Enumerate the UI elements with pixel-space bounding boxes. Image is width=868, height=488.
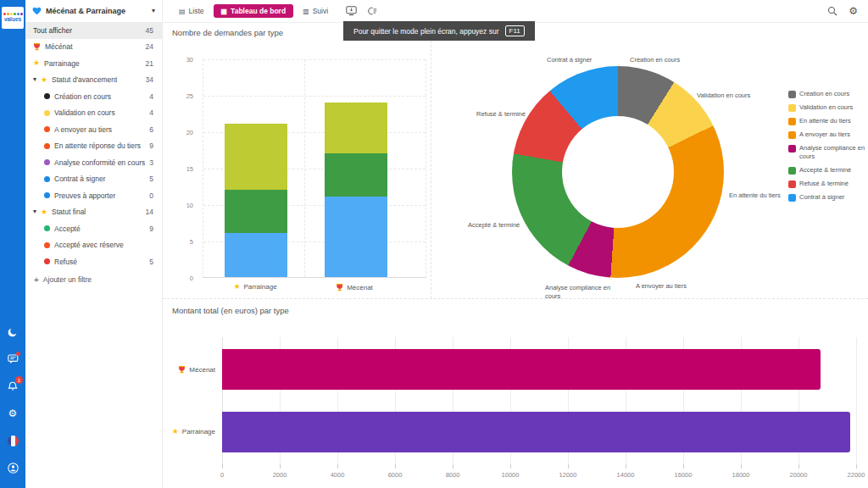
sidebar-item-label: Preuves à apporter bbox=[54, 191, 115, 200]
legend-swatch bbox=[788, 104, 796, 112]
view-options-icon[interactable] bbox=[367, 7, 377, 15]
sidebar-item[interactable]: ▾★Statut final14 bbox=[25, 204, 162, 221]
tab-label: Tableau de bord bbox=[231, 7, 286, 15]
sidebar-item[interactable]: Analyse conformité en cours3 bbox=[25, 154, 162, 171]
legend-swatch bbox=[788, 118, 796, 125]
person-icon bbox=[8, 463, 19, 474]
sidebar-item[interactable]: Validation en cours4 bbox=[25, 105, 162, 122]
category-label-mecenat[interactable]: Mécénat bbox=[336, 283, 373, 291]
sidebar-item[interactable]: Mécénat24 bbox=[25, 39, 162, 56]
sidebar-item-count: 5 bbox=[149, 258, 153, 266]
sidebar-item[interactable]: En attente réponse du tiers9 bbox=[25, 138, 162, 155]
gridline bbox=[203, 96, 426, 97]
settings-gear-icon[interactable]: ⚙ bbox=[849, 6, 858, 16]
sidebar-item[interactable]: Contrat à signer5 bbox=[25, 171, 162, 188]
search-icon[interactable] bbox=[827, 6, 837, 16]
settings-icon[interactable]: ⚙ bbox=[7, 408, 19, 419]
gridline bbox=[856, 337, 857, 464]
tick-mark bbox=[337, 464, 338, 469]
sidebar-item[interactable]: Création en cours4 bbox=[25, 88, 162, 105]
chevron-down-icon[interactable]: ▾ bbox=[33, 76, 36, 83]
legend-item[interactable]: Création en cours bbox=[788, 90, 866, 98]
slice-label: A envoyer au tiers bbox=[636, 282, 687, 291]
present-screen-icon[interactable] bbox=[346, 6, 357, 16]
x-axis-tick: 12000 bbox=[551, 471, 585, 479]
x-axis-tick: 20000 bbox=[782, 471, 815, 479]
x-axis-tick: 18000 bbox=[724, 471, 758, 479]
chart-title: Nombre de demandes par type bbox=[172, 28, 283, 37]
legend-item[interactable]: Validation en cours bbox=[788, 103, 866, 112]
legend-item[interactable]: Contrat à signer bbox=[788, 193, 866, 202]
french-flag-icon bbox=[8, 435, 19, 446]
category-text: Parrainage bbox=[243, 283, 276, 291]
legend-item[interactable]: Refusé & terminé bbox=[788, 180, 866, 188]
sidebar-item[interactable]: Accepté avec réserve bbox=[25, 237, 162, 254]
x-axis-tick: 8000 bbox=[436, 471, 470, 479]
board-icon: ▥ bbox=[303, 8, 309, 15]
legend-label: En attente du tiers bbox=[799, 117, 851, 125]
status-dot bbox=[44, 126, 50, 132]
y-axis-tick: 10 bbox=[175, 202, 193, 209]
x-axis-tick: 2000 bbox=[263, 471, 297, 479]
star-icon: ★ bbox=[172, 428, 179, 435]
add-filter-button[interactable]: + Ajouter un filtre bbox=[25, 270, 162, 285]
bar-segment bbox=[325, 197, 387, 277]
status-dot bbox=[44, 242, 50, 248]
panel-divider-vertical bbox=[431, 24, 431, 298]
notifications-icon[interactable]: 1 bbox=[7, 380, 19, 392]
messages-icon[interactable] bbox=[7, 353, 19, 365]
values-logo[interactable]: values bbox=[2, 7, 24, 29]
logo-dots bbox=[3, 13, 23, 15]
sidebar-item-count: 6 bbox=[149, 125, 153, 134]
sidebar-item[interactable]: Refusé5 bbox=[25, 253, 162, 270]
trophy-icon bbox=[178, 365, 186, 374]
sidebar-item[interactable]: ★Parrainage21 bbox=[25, 55, 162, 72]
legend-item[interactable]: A envoyer au tiers bbox=[788, 130, 866, 139]
legend-item[interactable]: En attente du tiers bbox=[788, 117, 866, 125]
sidebar-item[interactable]: A envoyer au tiers6 bbox=[25, 121, 162, 138]
legend-item[interactable]: Accepté & terminé bbox=[788, 166, 866, 175]
tick-mark bbox=[683, 464, 684, 469]
legend-item[interactable]: Analyse compliance en cours bbox=[788, 144, 866, 161]
tick-mark bbox=[510, 464, 511, 469]
sidebar-filter-list: Tout afficher45Mécénat24★Parrainage21▾★S… bbox=[25, 22, 162, 270]
sidebar-item[interactable]: Accepté9 bbox=[25, 220, 162, 237]
legend-label: Création en cours bbox=[799, 90, 849, 98]
status-dot bbox=[44, 93, 50, 99]
sidebar-item-label: Refusé bbox=[54, 258, 77, 266]
sidebar-item[interactable]: Tout afficher45 bbox=[25, 22, 162, 39]
sidebar-item-count: 9 bbox=[149, 225, 153, 233]
sidebar-item-label: Validation en cours bbox=[54, 108, 115, 117]
legend-label: Refusé & terminé bbox=[799, 180, 849, 188]
sidebar-item-count: 45 bbox=[146, 26, 153, 35]
sidebar: Mécénat & Parrainage ▾ Tout afficher45Mé… bbox=[25, 0, 163, 488]
tab-suivi[interactable]: ▥ Suivi bbox=[295, 4, 336, 18]
heart-icon bbox=[32, 7, 42, 15]
sidebar-item-count: 24 bbox=[146, 42, 153, 51]
chevron-down-icon[interactable]: ▾ bbox=[33, 208, 36, 215]
dark-mode-icon[interactable] bbox=[7, 326, 19, 338]
sidebar-item[interactable]: ▾★Statut d'avancement34 bbox=[25, 72, 162, 89]
donut-chart bbox=[512, 66, 724, 278]
tab-liste[interactable]: ▤ Liste bbox=[171, 4, 212, 18]
bar bbox=[222, 349, 821, 390]
star-icon: ★ bbox=[233, 283, 240, 291]
tab-tableau-de-bord[interactable]: ▦ Tableau de bord bbox=[214, 4, 294, 18]
workspace-switcher[interactable]: Mécénat & Parrainage ▾ bbox=[25, 0, 162, 22]
sidebar-item-label: A envoyer au tiers bbox=[54, 125, 112, 134]
sidebar-item-count: 0 bbox=[149, 191, 153, 200]
category-label-parrainage[interactable]: ★ Parrainage bbox=[233, 283, 276, 291]
language-icon[interactable] bbox=[7, 435, 19, 446]
sidebar-item[interactable]: Preuves à apporter0 bbox=[25, 187, 162, 204]
account-icon[interactable] bbox=[7, 462, 19, 474]
y-axis-tick: 25 bbox=[175, 92, 193, 100]
gear-icon: ⚙ bbox=[8, 408, 18, 419]
category-text: Parrainage bbox=[182, 428, 215, 435]
logo-dot bbox=[14, 13, 16, 15]
hbar-xaxis: 0200040006000800010000120001400016000180… bbox=[222, 471, 866, 481]
message-badge bbox=[16, 352, 20, 356]
gridline bbox=[203, 59, 426, 60]
app-rail: values 1 ⚙ bbox=[0, 0, 25, 488]
sidebar-item-label: Mécénat bbox=[45, 42, 73, 51]
chart-title: Montant total (en euros) par type bbox=[172, 306, 289, 315]
